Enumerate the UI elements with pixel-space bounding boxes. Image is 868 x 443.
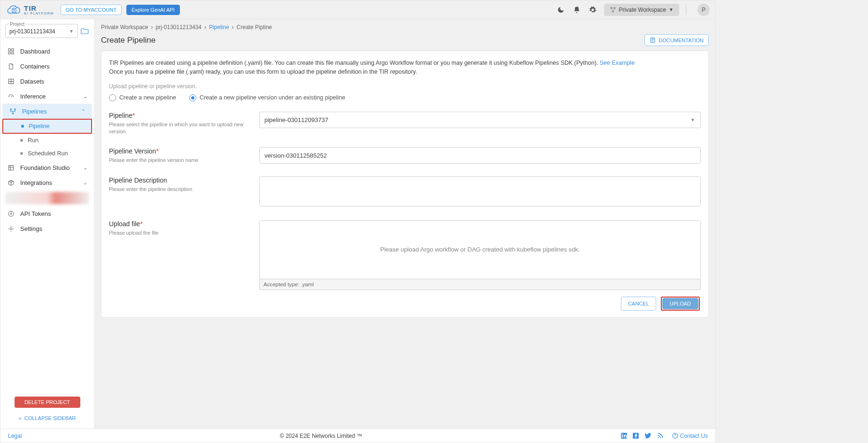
- svg-point-14: [10, 108, 11, 110]
- breadcrumb-workspace[interactable]: Private Workspace: [101, 24, 148, 31]
- moon-icon[interactable]: [556, 5, 566, 15]
- gauge-icon: [7, 92, 15, 100]
- legal-link[interactable]: Legal: [8, 433, 22, 439]
- linkedin-icon[interactable]: [620, 432, 628, 439]
- sidebar-item-datasets[interactable]: Datasets: [0, 74, 94, 89]
- cloud-logo-icon: [6, 4, 22, 16]
- svg-line-13: [11, 96, 12, 97]
- chevron-left-icon: «: [19, 415, 22, 421]
- pipeline-help: Please select the pipeline in which you …: [109, 121, 245, 136]
- pipeline-icon: [9, 107, 16, 115]
- svg-point-30: [622, 434, 623, 435]
- svg-rect-8: [8, 52, 10, 53]
- chevron-down-icon: ⌄: [83, 93, 87, 99]
- documentation-button[interactable]: DOCUMENTATION: [644, 34, 709, 46]
- upload-label: Upload file*: [109, 220, 245, 228]
- workspace-selector[interactable]: Private Workspace ▼: [604, 4, 679, 16]
- dot-icon: [21, 125, 24, 128]
- document-icon: [7, 62, 15, 70]
- facebook-icon[interactable]: [632, 432, 639, 439]
- sidebar-item-containers[interactable]: Containers: [0, 59, 94, 74]
- sidebar-subitem-scheduled-run[interactable]: Scheduled Run: [0, 147, 94, 160]
- description-label: Pipeline Description: [109, 176, 245, 184]
- twitter-icon[interactable]: [644, 432, 652, 439]
- workspace-graph-icon: [610, 7, 616, 13]
- breadcrumb-create: Create Pipline: [237, 24, 272, 31]
- version-label: Pipeline Version*: [109, 147, 245, 155]
- svg-rect-6: [8, 48, 10, 50]
- rss-icon[interactable]: [657, 432, 664, 439]
- gear-icon[interactable]: [588, 5, 597, 15]
- dot-icon: [20, 139, 23, 142]
- radio-create-new[interactable]: Create a new pipeline: [109, 94, 176, 101]
- description-help: Please enter the pipeline description: [109, 186, 245, 193]
- chevron-up-icon: ⌃: [81, 108, 85, 115]
- help-icon: [672, 433, 678, 439]
- breadcrumb: Private Workspace › prj-013011213434 › P…: [101, 24, 709, 31]
- description-input[interactable]: [259, 176, 701, 206]
- upload-hint: Upload pipeline or pipeline version.: [109, 83, 701, 90]
- breadcrumb-pipeline[interactable]: Pipeline: [209, 24, 229, 31]
- pipeline-select[interactable]: pipeline-030112093737: [259, 112, 701, 128]
- sidebar-item-integrations[interactable]: Integrations ⌄: [0, 175, 94, 190]
- dashboard-icon: [7, 47, 15, 55]
- footer: Legal © 2024 E2E Networks Limited ™ Cont…: [0, 428, 715, 443]
- svg-rect-7: [11, 48, 13, 50]
- breadcrumb-project[interactable]: prj-013011213434: [155, 24, 201, 31]
- project-value: prj-013011213434: [9, 28, 55, 35]
- dot-icon: [20, 152, 23, 155]
- key-icon: [7, 210, 15, 217]
- project-label: Project: [8, 22, 26, 27]
- upload-dropzone[interactable]: Please upload Argo workflow or DAG creat…: [259, 220, 701, 279]
- see-example-link[interactable]: See Example: [600, 60, 635, 66]
- sidebar-item-foundation-studio[interactable]: Foundation Studio ⌄: [0, 160, 94, 175]
- version-input[interactable]: [259, 147, 701, 164]
- svg-point-21: [10, 213, 12, 214]
- pipeline-label: Pipeline*: [109, 112, 245, 119]
- sidebar-item-settings[interactable]: Settings: [0, 221, 94, 236]
- svg-rect-17: [8, 165, 13, 170]
- svg-point-23: [10, 228, 12, 229]
- caret-down-icon: ▼: [69, 29, 74, 34]
- upload-button[interactable]: UPLOAD: [662, 298, 698, 309]
- sidebar-item-api-tokens[interactable]: API Tokens: [0, 206, 94, 221]
- svg-point-16: [12, 113, 14, 114]
- logo[interactable]: TIR AI PLATFORM: [6, 4, 54, 16]
- explore-genai-button[interactable]: Explore GenAI API: [126, 5, 180, 15]
- delete-project-button[interactable]: DELETE PROJECT: [15, 397, 80, 408]
- package-icon: [7, 179, 15, 186]
- bell-icon[interactable]: [572, 5, 581, 15]
- sidebar-item-dashboard[interactable]: Dashboard: [0, 44, 94, 59]
- chevron-down-icon: ⌄: [83, 180, 87, 186]
- contact-link[interactable]: Contact Us: [672, 433, 708, 439]
- intro-text: TIR Pipelines are created using a pipeli…: [109, 59, 701, 76]
- svg-point-34: [675, 437, 675, 437]
- copyright: © 2024 E2E Networks Limited ™: [22, 433, 620, 439]
- accepted-type: Accepted type: .yaml: [259, 279, 701, 290]
- go-myaccount-button[interactable]: GO TO MYACCOUNT: [61, 5, 122, 15]
- sidebar-item-inference[interactable]: Inference ⌄: [0, 89, 94, 104]
- svg-rect-9: [11, 52, 13, 53]
- grid-icon: [7, 164, 15, 171]
- sidebar: Project prj-013011213434 ▼ Dashboard Con…: [0, 19, 94, 428]
- logo-brand: TIR: [24, 5, 54, 12]
- project-selector[interactable]: Project prj-013011213434 ▼: [5, 24, 78, 38]
- caret-down-icon: ▼: [669, 7, 674, 12]
- svg-point-15: [14, 108, 16, 110]
- upload-help: Please upload the file: [109, 229, 245, 237]
- folder-icon[interactable]: [81, 27, 89, 35]
- sidebar-subitem-run[interactable]: Run: [0, 134, 94, 147]
- sidebar-item-pipelines[interactable]: Pipelines ⌃: [2, 104, 92, 119]
- grid-icon: [7, 77, 15, 85]
- page-title: Create Pipeline: [101, 36, 155, 45]
- avatar[interactable]: P: [698, 4, 710, 16]
- workspace-label: Private Workspace: [619, 7, 666, 13]
- version-help: Please enter the pipeline version name: [109, 157, 245, 164]
- radio-create-existing[interactable]: Create a new pipeline version under an e…: [189, 94, 345, 101]
- hidden-nav-item: [5, 192, 89, 204]
- collapse-sidebar-button[interactable]: « COLLAPSE SIDEBAR: [5, 412, 89, 424]
- form-card: TIR Pipelines are created using a pipeli…: [101, 51, 709, 318]
- sidebar-subitem-pipeline[interactable]: Pipeline: [2, 119, 92, 134]
- cancel-button[interactable]: CANCEL: [621, 297, 656, 311]
- settings-icon: [7, 225, 15, 232]
